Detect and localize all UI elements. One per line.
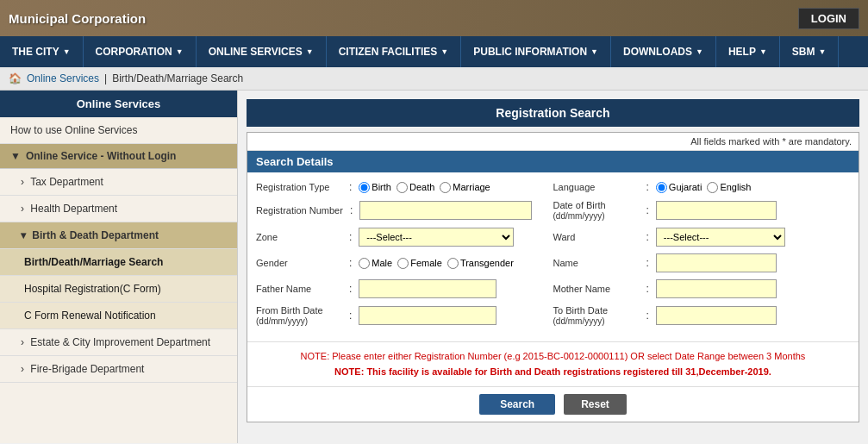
sidebar: Online Services How to use Online Servic… [0,91,238,443]
gender-label: Gender [256,258,342,268]
form-row-6: From Birth Date(dd/mm/yyyy) : To Birth D… [256,305,850,326]
nav-item-corporation[interactable]: CORPORATION▼ [84,36,197,67]
radio-english[interactable]: English [707,182,751,193]
radio-transgender[interactable]: Transgender [447,258,514,269]
radio-gujarati[interactable]: Gujarati [656,182,703,193]
estate-arrow: › [21,336,24,348]
nav-item-downloads[interactable]: DOWNLOADS▼ [611,36,716,67]
radio-gujarati-input[interactable] [656,182,667,193]
nav-item-city[interactable]: THE CITY▼ [0,36,84,67]
sidebar-item-health-dept[interactable]: › Health Department [0,196,237,222]
gender-col: Gender : Male Female Transgender [256,257,553,269]
form-row-5: Father Name : Mother Name : [256,279,850,298]
sidebar-item-c-form-renewal[interactable]: C Form Renewal Notification [0,303,237,329]
nav-item-public-info[interactable]: PUBLIC INFORMATION▼ [461,36,611,67]
mother-name-label: Mother Name [553,284,640,294]
section-arrow-down: ▼ [10,150,21,162]
breadcrumb: 🏠 Online Services | Birth/Death/Marriage… [0,67,868,91]
sidebar-header: Online Services [0,91,237,117]
form-row-3: Zone : ---Select--- Ward : ---Select--- [256,228,850,247]
language-radio-group: Gujarati English [656,182,752,193]
breadcrumb-online-services[interactable]: Online Services [27,72,99,84]
from-birth-label: From Birth Date(dd/mm/yyyy) [256,305,342,326]
language-col: Language : Gujarati English [553,181,851,193]
online-dropdown-arrow: ▼ [306,47,314,56]
birth-death-arrow-down: ▾ [21,229,26,241]
to-birth-label: To Birth Date(dd/mm/yyyy) [553,305,640,326]
sidebar-item-tax-dept[interactable]: › Tax Department [0,169,237,196]
reg-number-col: Registration Number : [256,201,553,220]
nav-item-help[interactable]: HELP▼ [716,36,780,67]
form-container: All fields marked with * are mandatory. … [247,132,859,422]
nav-item-citizen-facilities[interactable]: CITIZEN FACILITIES▼ [327,36,462,67]
form-body: Registration Type : Birth Death Marriage… [247,172,859,341]
mother-name-col: Mother Name : [553,279,851,298]
radio-male[interactable]: Male [359,258,392,269]
content-header: Registration Search [247,99,859,127]
radio-male-input[interactable] [359,258,370,269]
button-row: Search Reset [247,386,859,422]
login-button[interactable]: LOGIN [798,8,859,29]
to-birth-input[interactable] [656,306,777,325]
reg-type-label: Registration Type [256,182,342,192]
search-button[interactable]: Search [479,394,555,415]
radio-birth-input[interactable] [359,182,370,193]
dob-input[interactable] [656,201,777,220]
sidebar-item-birth-death-dept[interactable]: ▾ Birth & Death Department [0,222,237,249]
form-row-1: Registration Type : Birth Death Marriage… [256,181,850,193]
main-layout: Online Services How to use Online Servic… [0,91,868,443]
radio-death-input[interactable] [397,182,408,193]
corp-dropdown-arrow: ▼ [176,47,184,56]
father-name-label: Father Name [256,284,342,294]
radio-marriage-input[interactable] [440,182,451,193]
radio-death[interactable]: Death [397,182,434,193]
sidebar-item-birth-death-search[interactable]: Birth/Death/Marriage Search [0,249,237,276]
sidebar-item-estate-dept[interactable]: › Estate & City Improvement Department [0,329,237,356]
sidebar-item-fire-brigade[interactable]: › Fire-Brigade Department [0,356,237,383]
home-icon[interactable]: 🏠 [9,72,22,84]
tax-arrow: › [21,176,24,188]
nav-item-sbm[interactable]: SBM▼ [780,36,840,67]
corp-title: Municipal Corporation [9,11,146,26]
radio-transgender-input[interactable] [447,258,459,269]
reg-number-label: Registration Number [256,205,343,216]
mother-name-input[interactable] [656,279,777,298]
sidebar-item-hospital-reg[interactable]: Hospital Registration(C Form) [0,276,237,303]
navbar: THE CITY▼ CORPORATION▼ ONLINE SERVICES▼ … [0,36,868,67]
nav-item-online-services[interactable]: ONLINE SERVICES▼ [197,36,327,67]
zone-label: Zone [256,232,342,242]
form-row-4: Gender : Male Female Transgender Name : [256,253,850,272]
note-1: NOTE: Please enter either Registration N… [254,349,852,365]
sidebar-section-without-login[interactable]: ▼ Online Service - Without Login [0,144,237,169]
radio-female[interactable]: Female [397,258,442,269]
breadcrumb-current: Birth/Death/Marriage Search [112,72,243,84]
health-arrow: › [21,203,24,215]
downloads-dropdown-arrow: ▼ [696,47,703,56]
language-label: Language [553,182,640,192]
dob-label: Date of Birth(dd/mm/yyyy) [553,200,640,221]
radio-birth[interactable]: Birth [359,182,391,193]
father-name-col: Father Name : [256,279,553,298]
radio-english-input[interactable] [707,182,718,193]
father-name-input[interactable] [359,279,496,298]
reset-button[interactable]: Reset [564,394,627,415]
from-birth-input[interactable] [359,306,496,325]
dob-col: Date of Birth(dd/mm/yyyy) : [553,200,851,221]
radio-marriage[interactable]: Marriage [440,182,490,193]
search-details-header: Search Details [247,151,859,172]
zone-select[interactable]: ---Select--- [359,228,514,247]
name-input[interactable] [656,253,777,272]
to-birth-col: To Birth Date(dd/mm/yyyy) : [553,305,851,326]
fire-arrow: › [21,363,24,375]
public-dropdown-arrow: ▼ [590,47,598,56]
sidebar-item-how-to-use[interactable]: How to use Online Services [0,117,237,144]
from-birth-col: From Birth Date(dd/mm/yyyy) : [256,305,553,326]
form-row-2: Registration Number : Date of Birth(dd/m… [256,200,850,221]
radio-female-input[interactable] [397,258,409,269]
note-2: NOTE: This facility is available for Bir… [254,365,852,380]
citizen-dropdown-arrow: ▼ [440,47,448,56]
ward-col: Ward : ---Select--- [553,228,851,247]
registration-number-input[interactable] [359,201,532,220]
ward-select[interactable]: ---Select--- [656,228,785,247]
mandatory-note: All fields marked with * are mandatory. [247,133,859,151]
